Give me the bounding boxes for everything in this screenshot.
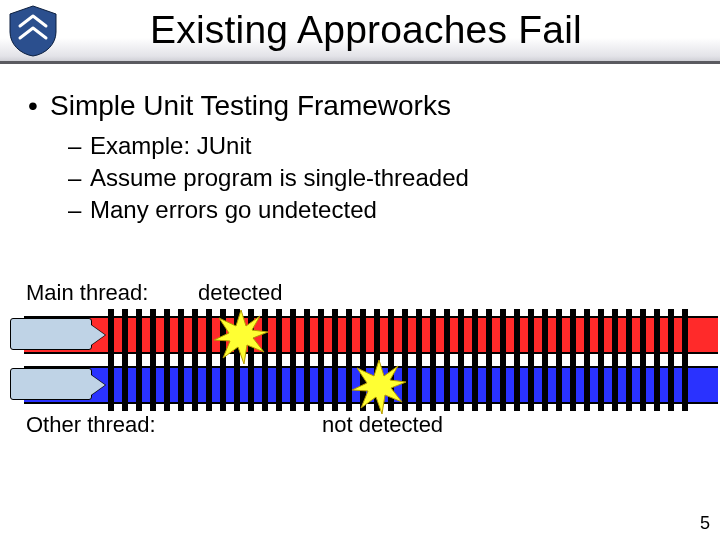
bullet-level1: Simple Unit Testing Frameworks xyxy=(50,90,694,122)
bullet-level2: Assume program is single-threaded xyxy=(90,164,694,192)
slide-title: Existing Approaches Fail xyxy=(150,8,582,52)
track-ties xyxy=(108,359,718,411)
slide-body: Simple Unit Testing Frameworks Example: … xyxy=(0,64,720,224)
main-thread-label: Main thread: xyxy=(26,280,148,306)
bullet-level2: Example: JUnit xyxy=(90,132,694,160)
slide-header: Existing Approaches Fail xyxy=(0,0,720,64)
engine-icon xyxy=(10,368,92,400)
bullet-level2: Many errors go undetected xyxy=(90,196,694,224)
detected-label: detected xyxy=(198,280,282,306)
other-thread-label: Other thread: xyxy=(26,412,156,438)
svg-marker-0 xyxy=(214,310,268,364)
explosion-icon xyxy=(350,358,408,416)
main-thread-track xyxy=(24,316,718,354)
shield-logo-icon xyxy=(6,4,60,58)
svg-marker-1 xyxy=(352,360,406,414)
engine-icon xyxy=(10,318,92,350)
track-ties xyxy=(108,309,718,361)
page-number: 5 xyxy=(700,513,710,534)
explosion-icon xyxy=(212,308,270,366)
not-detected-label: not detected xyxy=(322,412,443,438)
